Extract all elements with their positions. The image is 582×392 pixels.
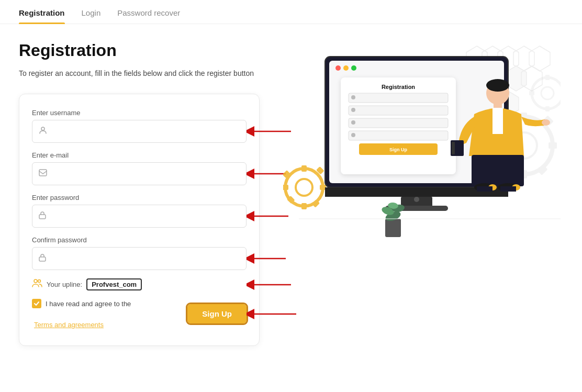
svg-point-12 xyxy=(34,279,37,283)
svg-point-0 xyxy=(41,127,44,130)
svg-rect-36 xyxy=(549,142,557,149)
svg-rect-65 xyxy=(351,95,355,99)
svg-rect-6 xyxy=(39,215,46,219)
password-group: Enter password xyxy=(32,194,247,228)
page-title: Registration xyxy=(19,41,260,60)
svg-point-59 xyxy=(335,65,341,71)
svg-point-61 xyxy=(351,65,356,71)
svg-rect-92 xyxy=(500,186,516,192)
svg-point-60 xyxy=(343,65,349,71)
upline-users-icon xyxy=(32,278,42,290)
checkbox-terms-group: I have read and agree to the Terms and a… xyxy=(32,299,131,329)
confirm-password-group: Confirm password xyxy=(32,236,247,270)
email-group: Enter e-mail xyxy=(32,151,247,185)
svg-point-77 xyxy=(414,197,419,202)
upline-value: Profvest_com xyxy=(86,278,142,290)
left-panel: Registration To register an account, fil… xyxy=(19,41,260,346)
arrow-signup xyxy=(247,306,299,322)
svg-text:Sign Up: Sign Up xyxy=(389,147,407,152)
svg-rect-91 xyxy=(477,186,493,192)
bottom-row: I have read and agree to the Terms and a… xyxy=(32,299,247,329)
svg-rect-68 xyxy=(349,118,448,128)
password-input-wrapper[interactable] xyxy=(32,205,247,228)
username-label: Enter username xyxy=(32,109,247,117)
arrow-upline xyxy=(247,277,294,293)
svg-rect-81 xyxy=(493,108,503,134)
svg-rect-82 xyxy=(472,155,524,186)
password-label: Enter password xyxy=(32,194,247,201)
svg-rect-43 xyxy=(545,75,550,80)
confirm-password-input[interactable] xyxy=(50,254,240,263)
svg-point-83 xyxy=(542,119,550,126)
svg-rect-9 xyxy=(39,257,46,261)
svg-point-13 xyxy=(38,280,41,283)
confirm-password-input-row xyxy=(32,247,247,270)
confirm-password-input-wrapper[interactable] xyxy=(32,247,247,270)
checkbox-text: I have read and agree to the xyxy=(46,300,131,308)
svg-rect-3 xyxy=(39,170,47,176)
svg-point-42 xyxy=(541,87,554,99)
svg-rect-50 xyxy=(301,203,307,209)
svg-rect-51 xyxy=(283,185,288,190)
svg-point-41 xyxy=(532,77,561,109)
svg-rect-44 xyxy=(545,106,550,111)
illustration: Registration Sign Up xyxy=(283,41,561,261)
svg-rect-49 xyxy=(301,165,307,172)
email-label: Enter e-mail xyxy=(32,151,247,159)
lock2-icon xyxy=(39,253,46,264)
tab-login[interactable]: Login xyxy=(82,8,101,24)
terms-link[interactable]: Terms and agreements xyxy=(34,321,131,329)
svg-point-79 xyxy=(486,79,509,92)
checkbox-row: I have read and agree to the xyxy=(32,299,131,308)
svg-rect-67 xyxy=(351,108,355,112)
nav-tabs: Registration Login Password recover xyxy=(0,0,582,24)
signup-btn-wrapper: Sign Up xyxy=(187,304,247,323)
page-container: Registration Login Password recover Regi… xyxy=(0,0,582,392)
svg-rect-45 xyxy=(529,91,534,95)
email-input[interactable] xyxy=(51,170,240,178)
svg-text:Registration: Registration xyxy=(382,84,415,90)
svg-rect-70 xyxy=(349,131,448,140)
svg-marker-22 xyxy=(529,46,550,71)
upline-row: Your upline: Profvest_com xyxy=(32,278,247,290)
right-panel: Registration Sign Up xyxy=(281,41,563,261)
email-input-row xyxy=(32,162,247,185)
username-input[interactable] xyxy=(51,127,240,136)
password-input[interactable] xyxy=(50,212,240,220)
svg-rect-86 xyxy=(452,142,455,154)
registration-form-card: Enter username xyxy=(19,94,260,346)
tab-password-recover[interactable]: Password recover xyxy=(117,8,180,24)
confirm-password-label: Confirm password xyxy=(32,236,247,244)
username-input-wrapper[interactable] xyxy=(32,120,247,143)
lock-icon xyxy=(39,211,46,221)
svg-rect-93 xyxy=(385,219,401,237)
email-icon xyxy=(39,169,47,178)
password-input-row xyxy=(32,205,247,228)
email-input-wrapper[interactable] xyxy=(32,162,247,185)
username-group: Enter username xyxy=(32,109,247,143)
upline-label: Your upline: xyxy=(47,281,82,288)
username-input-row xyxy=(32,120,247,143)
svg-rect-71 xyxy=(351,133,355,137)
svg-rect-66 xyxy=(349,106,448,115)
page-description: To register an account, fill in the fiel… xyxy=(19,68,260,79)
svg-rect-69 xyxy=(351,120,355,125)
main-layout: Registration To register an account, fil… xyxy=(0,24,582,363)
agree-checkbox[interactable] xyxy=(32,299,41,308)
tab-registration[interactable]: Registration xyxy=(19,8,65,24)
svg-rect-64 xyxy=(349,93,448,103)
signup-button[interactable]: Sign Up xyxy=(187,304,247,323)
user-icon xyxy=(39,126,47,137)
svg-point-48 xyxy=(296,179,312,196)
